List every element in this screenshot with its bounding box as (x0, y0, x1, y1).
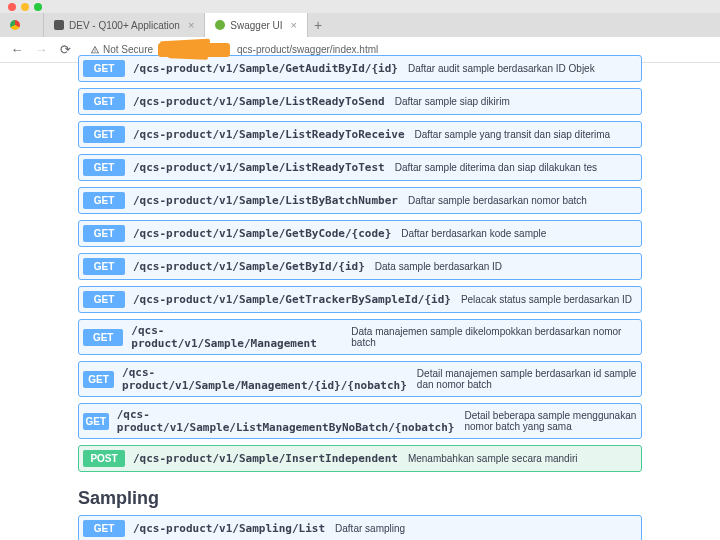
new-tab-button[interactable]: + (308, 17, 328, 33)
endpoint-description: Data sample berdasarkan ID (375, 261, 502, 272)
browser-tab[interactable]: Swagger UI × (205, 13, 308, 37)
window-maximize-icon[interactable] (34, 3, 42, 11)
endpoint-description: Daftar sample berdasarkan nomor batch (408, 195, 587, 206)
endpoint-description: Data manajemen sample dikelompokkan berd… (351, 326, 637, 348)
endpoint-path: /qcs-product/v1/Sampling/List (133, 522, 325, 535)
back-icon[interactable]: ← (10, 43, 24, 57)
endpoint-path: /qcs-product/v1/Sample/GetById/{id} (133, 260, 365, 273)
endpoint-description: Daftar sample yang transit dan siap dite… (415, 129, 611, 140)
http-method-badge: GET (83, 413, 109, 430)
http-method-badge: GET (83, 371, 114, 388)
swagger-content: GET/qcs-product/v1/Sample/GetAuditById/{… (0, 63, 720, 540)
endpoint-description: Detail manajemen sample berdasarkan id s… (417, 368, 637, 390)
endpoint-description: Menambahkan sample secara mandiri (408, 453, 578, 464)
http-method-badge: GET (83, 192, 125, 209)
endpoint-path: /qcs-product/v1/Sample/ListManagementByN… (117, 408, 455, 434)
http-method-badge: GET (83, 291, 125, 308)
http-method-badge: GET (83, 93, 125, 110)
endpoint-description: Daftar berdasarkan kode sample (401, 228, 546, 239)
endpoint-row[interactable]: GET/qcs-product/v1/Sample/ListByBatchNum… (78, 187, 642, 214)
endpoint-description: Daftar sampling (335, 523, 405, 534)
http-method-badge: GET (83, 225, 125, 242)
endpoint-path: /qcs-product/v1/Sample/GetAuditById/{id} (133, 62, 398, 75)
browser-tab[interactable]: DEV - Q100+ Application × (44, 13, 205, 37)
endpoint-row[interactable]: GET/qcs-product/v1/Sample/ListManagement… (78, 403, 642, 439)
reload-icon[interactable]: ⟳ (58, 43, 72, 57)
warning-icon (90, 45, 100, 55)
security-badge: Not Secure (90, 44, 153, 55)
endpoint-row[interactable]: GET/qcs-product/v1/Sample/GetByCode/{cod… (78, 220, 642, 247)
forward-icon[interactable]: → (34, 43, 48, 57)
window-minimize-icon[interactable] (21, 3, 29, 11)
http-method-badge: GET (83, 126, 125, 143)
endpoint-path: /qcs-product/v1/Sample/GetTrackerBySampl… (133, 293, 451, 306)
window-titlebar (0, 0, 720, 13)
tab-label: DEV - Q100+ Application (69, 20, 180, 31)
http-method-badge: GET (83, 159, 125, 176)
app-icon (54, 20, 64, 30)
browser-tabs: DEV - Q100+ Application × Swagger UI × + (0, 13, 720, 37)
close-icon[interactable]: × (188, 19, 194, 31)
endpoint-row[interactable]: GET/qcs-product/v1/Sample/ListReadyToTes… (78, 154, 642, 181)
endpoint-row[interactable]: POST/qcs-product/v1/Sample/InsertIndepen… (78, 445, 642, 472)
endpoint-path: /qcs-product/v1/Sample/Management/{id}/{… (122, 366, 407, 392)
endpoint-row[interactable]: GET/qcs-product/v1/Sample/ManagementData… (78, 319, 642, 355)
swagger-icon (215, 20, 225, 30)
http-method-badge: GET (83, 329, 123, 346)
endpoint-path: /qcs-product/v1/Sample/GetByCode/{code} (133, 227, 391, 240)
endpoint-path: /qcs-product/v1/Sample/ListReadyToReceiv… (133, 128, 405, 141)
chrome-icon (10, 20, 20, 30)
endpoint-path: /qcs-product/v1/Sample/ListReadyToSend (133, 95, 385, 108)
url-path: qcs-product/swagger/index.html (237, 44, 378, 55)
http-method-badge: POST (83, 450, 125, 467)
endpoint-description: Detail beberapa sample menggunakan nomor… (464, 410, 637, 432)
redacted-host (158, 43, 230, 57)
endpoint-path: /qcs-product/v1/Sample/ListByBatchNumber (133, 194, 398, 207)
close-icon[interactable]: × (291, 19, 297, 31)
endpoint-row[interactable]: GET/qcs-product/v1/Sample/GetAuditById/{… (78, 55, 642, 82)
http-method-badge: GET (83, 520, 125, 537)
endpoint-description: Daftar audit sample berdasarkan ID Objek (408, 63, 595, 74)
http-method-badge: GET (83, 258, 125, 275)
section-header[interactable]: Sampling (78, 478, 642, 515)
endpoint-row[interactable]: GET/qcs-product/v1/Sampling/ListDaftar s… (78, 515, 642, 540)
endpoint-row[interactable]: GET/qcs-product/v1/Sample/GetById/{id}Da… (78, 253, 642, 280)
browser-tab[interactable] (0, 13, 44, 37)
tab-label: Swagger UI (230, 20, 282, 31)
endpoint-row[interactable]: GET/qcs-product/v1/Sample/Management/{id… (78, 361, 642, 397)
endpoint-path: /qcs-product/v1/Sample/InsertIndependent (133, 452, 398, 465)
http-method-badge: GET (83, 60, 125, 77)
endpoint-row[interactable]: GET/qcs-product/v1/Sample/GetTrackerBySa… (78, 286, 642, 313)
endpoint-description: Pelacak status sample berdasarkan ID (461, 294, 632, 305)
endpoint-path: /qcs-product/v1/Sample/Management (131, 324, 341, 350)
endpoint-path: /qcs-product/v1/Sample/ListReadyToTest (133, 161, 385, 174)
endpoint-description: Daftar sample diterima dan siap dilakuka… (395, 162, 597, 173)
window-close-icon[interactable] (8, 3, 16, 11)
endpoint-row[interactable]: GET/qcs-product/v1/Sample/ListReadyToRec… (78, 121, 642, 148)
address-bar[interactable]: Not Secure qcs-product/swagger/index.htm… (82, 43, 710, 57)
endpoint-description: Daftar sample siap dikirim (395, 96, 510, 107)
endpoint-row[interactable]: GET/qcs-product/v1/Sample/ListReadyToSen… (78, 88, 642, 115)
